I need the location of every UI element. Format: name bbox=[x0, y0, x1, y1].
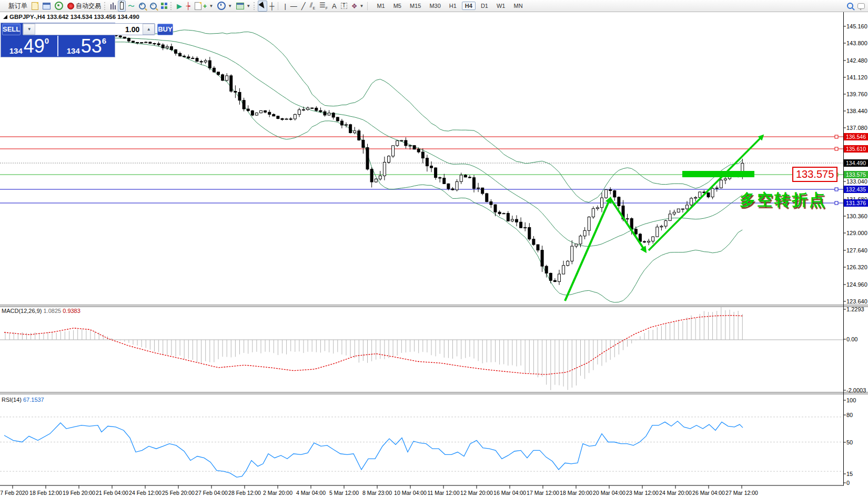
chart-shift-button[interactable]: ┾ bbox=[184, 1, 193, 12]
vertical-line-icon: | bbox=[284, 3, 286, 9]
chart-shift-marker-icon bbox=[3, 15, 7, 19]
timeframe-h4[interactable]: H4 bbox=[462, 2, 476, 10]
toolbar-separator bbox=[367, 2, 370, 10]
price-axis-tick: 145.160 bbox=[846, 23, 868, 29]
volume-input[interactable] bbox=[35, 24, 143, 35]
line-chart-button[interactable]: 〜 bbox=[126, 1, 137, 12]
mt4-window: 新订单 自动交易 〜 + − ▶ ┾ +▼ ▼ ▼ ┼ | — ╱ ⫽E ☰F … bbox=[0, 0, 868, 497]
macd-signal-value: 0.9383 bbox=[63, 308, 80, 314]
zoom-in-icon: + bbox=[139, 3, 146, 9]
bar-chart-button[interactable] bbox=[108, 1, 118, 12]
trendline-icon: ╱ bbox=[301, 3, 306, 9]
buy-button[interactable]: BUY bbox=[157, 24, 173, 35]
periods-button[interactable]: ▼ bbox=[215, 1, 234, 12]
tile-windows-icon bbox=[161, 3, 167, 9]
zoom-in-button[interactable]: + bbox=[137, 1, 148, 12]
cn-annotation-text: 多空转折点 bbox=[740, 189, 826, 211]
hline-tool-button[interactable]: — bbox=[288, 1, 299, 12]
channel-tool-button[interactable]: ⫽E bbox=[308, 1, 317, 12]
chart-canvas[interactable] bbox=[0, 12, 868, 497]
timeframe-m5[interactable]: M5 bbox=[390, 2, 405, 10]
auto-scroll-button[interactable]: ▶ bbox=[175, 1, 184, 12]
new-order-icon bbox=[0, 2, 7, 10]
symbol-ohlc-text: GBPJPY-,H4 133.642 134.534 133.456 134.4… bbox=[9, 14, 139, 20]
cursor-tool-button[interactable] bbox=[258, 1, 267, 12]
navigator-button[interactable] bbox=[53, 1, 65, 12]
search-icon[interactable] bbox=[847, 3, 853, 9]
timeframe-d1[interactable]: D1 bbox=[478, 2, 491, 10]
volume-down-button[interactable]: ▼ bbox=[23, 24, 35, 35]
text-tool-button[interactable]: A bbox=[330, 1, 339, 12]
price-axis-tag[interactable]: 134.490 bbox=[844, 159, 868, 167]
autotrade-label: 自动交易 bbox=[76, 2, 101, 11]
price-axis-tag[interactable]: 135.610 bbox=[844, 145, 868, 153]
price-axis-tick: 138.440 bbox=[846, 108, 868, 114]
buy-price[interactable]: 134 53 6 bbox=[58, 36, 115, 56]
rsi-axis-tick: 50 bbox=[846, 439, 868, 445]
label-tool-button[interactable]: T bbox=[339, 1, 349, 12]
zoom-out-button[interactable]: − bbox=[148, 1, 159, 12]
timeframe-w1[interactable]: W1 bbox=[493, 2, 509, 10]
text-label-icon: T bbox=[341, 3, 347, 9]
price-axis-tag[interactable]: 132.435 bbox=[844, 186, 868, 193]
macd-name: MACD(12,26,9) bbox=[2, 308, 42, 314]
level-price-callout[interactable]: 133.575 bbox=[792, 167, 837, 182]
sell-price[interactable]: 134 49 0 bbox=[1, 36, 58, 56]
new-order-button[interactable]: 新订单 bbox=[0, 1, 29, 12]
crosshair-tool-button[interactable]: ┼ bbox=[267, 1, 276, 12]
templates-icon bbox=[236, 3, 244, 9]
indicators-button[interactable]: +▼ bbox=[193, 1, 216, 12]
indicators-caret-icon: ▼ bbox=[209, 4, 213, 8]
toolbar-separator bbox=[104, 2, 107, 10]
timeframe-h1[interactable]: H1 bbox=[446, 2, 460, 10]
price-axis-tag[interactable]: 133.575 bbox=[844, 171, 868, 178]
market-watch-button[interactable] bbox=[41, 1, 53, 12]
chart-shift-icon: ┾ bbox=[186, 3, 190, 9]
indicators-icon bbox=[195, 2, 201, 10]
price-axis-tick: 124.960 bbox=[846, 281, 868, 288]
price-axis-tag[interactable]: 131.376 bbox=[844, 199, 868, 207]
timeframe-m30[interactable]: M30 bbox=[426, 2, 443, 10]
one-click-trade-panel: SELL ▼ ▲ BUY 134 49 0 134 53 6 bbox=[1, 23, 115, 57]
rsi-value: 67.1537 bbox=[23, 397, 44, 403]
sell-button[interactable]: SELL bbox=[2, 24, 21, 35]
price-axis-tick: 123.640 bbox=[846, 298, 868, 305]
macd-label: MACD(12,26,9) 1.0825 0.9383 bbox=[2, 308, 80, 314]
price-axis-tick: 139.760 bbox=[846, 91, 868, 97]
time-axis-label[interactable]: 27 Mar 12:00 bbox=[722, 490, 762, 496]
price-axis-tag[interactable]: 136.546 bbox=[844, 133, 868, 140]
chat-icon[interactable] bbox=[857, 3, 865, 9]
sell-price-big: 49 bbox=[24, 38, 45, 55]
timeframe-m15[interactable]: M15 bbox=[407, 2, 424, 10]
timeframe-m1[interactable]: M1 bbox=[374, 2, 388, 10]
shapes-tool-button[interactable]: ❖▼ bbox=[349, 1, 366, 12]
fibonacci-tool-button[interactable]: ☰F bbox=[317, 1, 330, 12]
price-axis-tick: 142.480 bbox=[846, 57, 868, 64]
rsi-axis-tick: 15 bbox=[846, 471, 868, 477]
timeframe-mn[interactable]: MN bbox=[510, 2, 526, 10]
templates-button[interactable]: ▼ bbox=[234, 1, 253, 12]
text-icon: A bbox=[332, 3, 337, 9]
rsi-name: RSI(14) bbox=[2, 397, 22, 403]
market-watch-icon bbox=[43, 3, 51, 9]
price-axis-tick: 126.320 bbox=[846, 264, 868, 270]
tile-windows-button[interactable] bbox=[159, 1, 169, 12]
macd-axis-tick: 0.00 bbox=[846, 336, 868, 342]
channel-icon: ⫽E bbox=[310, 2, 315, 10]
autotrade-button[interactable]: 自动交易 bbox=[65, 1, 103, 12]
volume-up-button[interactable]: ▲ bbox=[143, 24, 155, 35]
navigator-icon bbox=[55, 2, 63, 10]
sell-price-sup: 0 bbox=[45, 37, 49, 45]
line-chart-icon: 〜 bbox=[128, 3, 135, 9]
candle-chart-button[interactable] bbox=[118, 1, 126, 12]
rsi-axis-tick: 100 bbox=[846, 397, 868, 403]
templates-caret-icon: ▼ bbox=[246, 4, 250, 8]
vline-tool-button[interactable]: | bbox=[282, 1, 288, 12]
periods-caret-icon: ▼ bbox=[228, 4, 232, 8]
rsi-axis-tick: 80 bbox=[846, 412, 868, 418]
trendline-tool-button[interactable]: ╱ bbox=[299, 1, 308, 12]
chart-window-icon bbox=[32, 2, 38, 10]
price-axis-tick: 137.080 bbox=[846, 125, 868, 131]
chart-window-button[interactable] bbox=[29, 1, 41, 12]
rsi-label: RSI(14) 67.1537 bbox=[2, 397, 44, 403]
